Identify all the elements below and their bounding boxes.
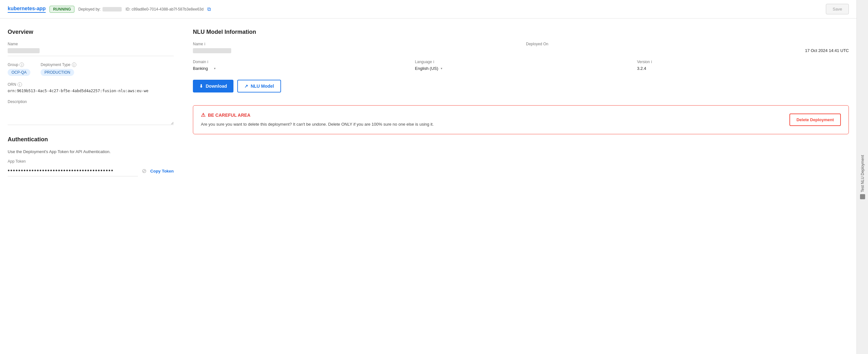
download-button[interactable]: ⬇ Download <box>193 80 234 93</box>
deployment-type-value: PRODUCTION <box>40 69 74 76</box>
nlu-name-field: Name i <box>193 42 516 53</box>
orn-value: orn:9619b513-4ac5-4c27-bf5e-4abd5d4a2257… <box>8 88 174 93</box>
nlu-model-title: NLU Model Information <box>193 29 849 35</box>
domain-select-wrapper[interactable]: Banking Finance Insurance ▾ <box>193 66 405 71</box>
domain-label: Domain i <box>193 60 405 64</box>
language-select-wrapper[interactable]: English (US) French Spanish ▾ <box>415 66 626 71</box>
language-select[interactable]: English (US) French Spanish <box>415 66 443 71</box>
authentication-section: Authentication Use the Deployment's App … <box>8 136 174 176</box>
orn-label: ORN i <box>8 82 174 87</box>
language-label: Language i <box>415 60 626 64</box>
language-info-icon[interactable]: i <box>433 60 434 64</box>
danger-zone-content: ⚠ BE CAREFUL AREA Are you sure you want … <box>201 112 784 128</box>
description-field-group: Description <box>8 100 174 126</box>
save-button[interactable]: Save <box>826 4 849 14</box>
group-value: OCP-QA <box>8 69 30 76</box>
external-link-icon: ↗ <box>244 83 248 88</box>
warning-icon: ⚠ <box>201 112 205 118</box>
download-icon: ⬇ <box>199 83 203 88</box>
top-bar: kubernetes-app RUNNING Deployed by: ID: … <box>0 0 857 19</box>
danger-zone-box: ⚠ BE CAREFUL AREA Are you sure you want … <box>193 105 849 134</box>
deployed-on-value: 17 Oct 2024 14:41 UTC <box>526 48 849 53</box>
deployed-on-field: Deployed On 17 Oct 2024 14:41 UTC <box>526 42 849 53</box>
orn-field-group: ORN i orn:9619b513-4ac5-4c27-bf5e-4abd5d… <box>8 82 174 93</box>
domain-chevron-icon: ▾ <box>214 67 216 70</box>
deployment-type-field-group: Deployment Type i PRODUCTION <box>40 63 76 76</box>
name-label: Name <box>8 42 174 46</box>
app-token-label: App Token <box>8 159 174 164</box>
sidebar-tab-icon <box>860 194 865 199</box>
nlu-name-info-icon[interactable]: i <box>205 42 205 46</box>
group-label: Group i <box>8 63 30 67</box>
deployed-on-label: Deployed On <box>526 42 849 46</box>
authentication-title: Authentication <box>8 136 174 143</box>
version-field: Version i 3.2.4 <box>637 60 849 71</box>
version-info-icon[interactable]: i <box>651 60 652 64</box>
domain-select[interactable]: Banking Finance Insurance <box>193 66 217 71</box>
group-field-group: Group i OCP-QA <box>8 63 30 76</box>
deployed-by-name-blur <box>102 7 122 11</box>
deployment-type-info-icon[interactable]: i <box>72 63 76 67</box>
status-badge: RUNNING <box>50 6 74 13</box>
app-name: kubernetes-app <box>8 6 46 13</box>
orn-info-icon[interactable]: i <box>18 82 22 87</box>
delete-deployment-button[interactable]: Delete Deployment <box>789 113 841 126</box>
sidebar-tab[interactable]: Test NLU Deployment <box>857 0 868 354</box>
language-chevron-icon: ▾ <box>441 67 442 70</box>
domain-info-icon[interactable]: i <box>207 60 208 64</box>
app-token-input[interactable] <box>8 166 138 176</box>
language-field: Language i English (US) French Spanish ▾ <box>415 60 626 71</box>
domain-field: Domain i Banking Finance Insurance ▾ <box>193 60 405 71</box>
version-label: Version i <box>637 60 849 64</box>
danger-title: ⚠ BE CAREFUL AREA <box>201 112 784 118</box>
description-input[interactable] <box>8 106 174 125</box>
nlu-action-buttons: ⬇ Download ↗ NLU Model <box>193 80 849 93</box>
deployment-type-label: Deployment Type i <box>40 63 76 67</box>
deployment-id-value: c89ad8e0-7014-4388-ab7f-587b3e8ee63d <box>131 7 204 11</box>
copy-token-button[interactable]: Copy Token <box>150 169 174 174</box>
name-value-blur <box>8 48 40 53</box>
nlu-name-blur <box>193 48 231 53</box>
overview-title: Overview <box>8 29 174 35</box>
token-wrapper: ⊘ Copy Token <box>8 166 174 176</box>
nlu-name-label: Name i <box>193 42 516 46</box>
description-label: Description <box>8 100 174 104</box>
danger-description: Are you sure you want to delete this dep… <box>201 121 784 128</box>
deployed-by-label: Deployed by: <box>78 7 122 11</box>
version-value: 3.2.4 <box>637 66 849 71</box>
auth-description: Use the Deployment's App Token for API A… <box>8 149 174 154</box>
deployment-id-label: ID: c89ad8e0-7014-4388-ab7f-587b3e8ee63d <box>125 7 204 11</box>
sidebar-tab-label: Test NLU Deployment <box>860 155 865 199</box>
group-info-icon[interactable]: i <box>20 63 24 67</box>
name-field-group: Name <box>8 42 174 56</box>
nlu-model-button[interactable]: ↗ NLU Model <box>237 80 281 93</box>
copy-id-icon[interactable]: ⧉ <box>207 6 211 12</box>
token-visibility-icon[interactable]: ⊘ <box>142 168 147 174</box>
